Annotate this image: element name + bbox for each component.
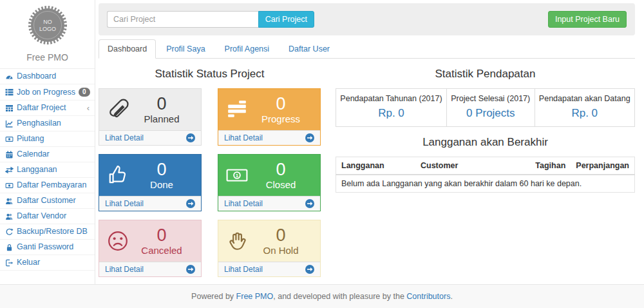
- sidebar-item-label: Daftar Customer: [17, 197, 76, 205]
- subscription-empty-message: Belum ada Langganan yang akan berakhir d…: [336, 175, 635, 193]
- search-input[interactable]: [107, 11, 258, 28]
- stat-label: Pendapatan akan Datang: [539, 94, 630, 103]
- tab-daftar-user[interactable]: Daftar User: [279, 39, 339, 59]
- status-section-title: Statistik Status Project: [99, 68, 321, 81]
- status-card-on-hold: 0 On Hold Lihat Detail: [218, 220, 321, 277]
- list-icon: [5, 88, 14, 96]
- chevron-left-icon: ‹: [87, 105, 90, 111]
- income-section-title: Statistik Pendapatan: [336, 68, 635, 81]
- sidebar-item-label: Backup/Restore DB: [17, 227, 88, 236]
- lock-icon: [5, 244, 14, 251]
- lihat-detail-label: Lihat Detail: [105, 199, 144, 208]
- page-footer: Powered by Free PMO, and developed with …: [0, 284, 644, 308]
- status-card-body: 0 On Hold: [218, 220, 320, 262]
- lihat-detail-label: Lihat Detail: [224, 199, 263, 208]
- sidebar-item-ganti-password[interactable]: Ganti Password: [0, 240, 95, 255]
- sidebar-item-daftar-pembayaran[interactable]: Daftar Pembayaran: [0, 178, 95, 193]
- sidebar-item-daftar-customer[interactable]: Daftar Customer: [0, 193, 95, 209]
- calendar-icon: [5, 151, 14, 159]
- sidebar-nav: Dashboard Job on Progress 0 Daftar Proje…: [0, 69, 95, 271]
- new-project-button[interactable]: Input Project Baru: [548, 11, 627, 28]
- sidebar-item-label: Ganti Password: [17, 243, 73, 251]
- brand: NO LOGO Free PMO: [0, 0, 95, 69]
- footer-link-contributors[interactable]: Contributors: [406, 292, 450, 301]
- footer-text-suffix: .: [450, 292, 452, 301]
- sidebar: NO LOGO Free PMO Dashboard Job on Progre…: [0, 0, 95, 284]
- status-card-closed: 1 0 Closed Lihat Detail: [218, 154, 321, 211]
- status-card-stats: 0 On Hold: [252, 226, 314, 256]
- status-section: Statistik Status Project 0 Planned: [99, 59, 321, 284]
- stat-cell-projects-done: Project Selesai (2017) 0 Projects: [446, 89, 535, 127]
- subscription-table: Langganan Customer Tagihan Perpanjangan …: [336, 157, 635, 193]
- column-header-customer: Customer: [415, 157, 530, 175]
- income-stats-table: Pendapatan Tahunan (2017) Rp. 0 Project …: [336, 88, 635, 127]
- dashboard-icon: [5, 73, 14, 81]
- stat-label: Project Selesai (2017): [451, 94, 531, 103]
- sidebar-item-keluar[interactable]: Keluar: [0, 255, 95, 271]
- status-card-body: 0 Canceled: [99, 220, 201, 262]
- money-icon: [5, 135, 14, 143]
- status-card-stats: 0 Progress: [252, 94, 314, 125]
- tab-bar: Dashboard Profil Saya Profil Agensi Daft…: [99, 39, 635, 59]
- status-cards-grid: 0 Planned Lihat Detail: [99, 88, 321, 277]
- sidebar-item-piutang[interactable]: Piutang: [0, 131, 95, 147]
- tab-dashboard[interactable]: Dashboard: [99, 39, 156, 59]
- brand-name: Free PMO: [0, 52, 95, 63]
- footer-link-free-pmo[interactable]: Free PMO: [236, 292, 274, 301]
- status-card-stats: 0 Done: [133, 160, 194, 191]
- svg-text:1: 1: [236, 173, 239, 178]
- refresh-icon: [5, 228, 14, 236]
- sidebar-item-dashboard[interactable]: Dashboard: [0, 69, 95, 84]
- retweet-icon: [5, 166, 14, 174]
- lihat-detail-link[interactable]: Lihat Detail: [218, 130, 320, 145]
- sidebar-item-daftar-vendor[interactable]: Daftar Vendor: [0, 209, 95, 224]
- stat-label: Pendapatan Tahunan (2017): [340, 94, 442, 103]
- sidebar-item-label: Dashboard: [17, 72, 56, 81]
- sidebar-item-label: Job on Progress: [17, 88, 75, 97]
- sidebar-item-label: Calendar: [17, 150, 50, 159]
- status-card-body: 0 Progress: [218, 89, 320, 130]
- status-label: On Hold: [252, 245, 310, 256]
- no-logo-badge: NO LOGO: [27, 5, 68, 46]
- sidebar-item-langganan[interactable]: Langganan: [0, 162, 95, 178]
- status-card-planned: 0 Planned Lihat Detail: [99, 88, 202, 146]
- status-label: Planned: [133, 113, 191, 125]
- status-card-body: 0 Planned: [99, 89, 201, 130]
- sidebar-item-label: Daftar Pembayaran: [17, 181, 86, 189]
- sidebar-item-calendar[interactable]: Calendar: [0, 147, 95, 162]
- sidebar-item-penghasilan[interactable]: Penghasilan: [0, 116, 95, 131]
- status-label: Canceled: [133, 245, 191, 256]
- lihat-detail-link[interactable]: Lihat Detail: [218, 196, 320, 211]
- lihat-detail-label: Lihat Detail: [105, 133, 144, 142]
- frown-icon: [107, 230, 133, 252]
- sidebar-item-job-on-progress[interactable]: Job on Progress 0: [0, 84, 95, 101]
- lihat-detail-label: Lihat Detail: [224, 133, 263, 142]
- stat-value: 0 Projects: [451, 107, 531, 120]
- sidebar-item-daftar-project[interactable]: Daftar Project ‹: [0, 101, 95, 116]
- topbar: Cari Project Input Project Baru: [99, 3, 635, 35]
- tab-profil-saya[interactable]: Profil Saya: [157, 39, 214, 59]
- chart-line-icon: [5, 120, 14, 128]
- logo-text-line1: NO: [43, 19, 52, 25]
- sidebar-item-label: Daftar Project: [17, 104, 66, 112]
- tasks-icon: [226, 99, 252, 120]
- lihat-detail-link[interactable]: Lihat Detail: [218, 262, 320, 276]
- lihat-detail-label: Lihat Detail: [105, 265, 144, 274]
- tab-profil-agensi[interactable]: Profil Agensi: [216, 39, 278, 59]
- dashboard-content: Statistik Status Project 0 Planned: [99, 59, 635, 284]
- column-header-tagihan: Tagihan: [530, 157, 571, 175]
- logo-text-line2: LOGO: [39, 26, 55, 32]
- status-count: 0: [133, 94, 191, 113]
- status-card-body: 0 Done: [99, 155, 201, 196]
- lihat-detail-link[interactable]: Lihat Detail: [99, 130, 201, 145]
- sidebar-item-backup-restore[interactable]: Backup/Restore DB: [0, 224, 95, 240]
- paperclip-icon: [107, 99, 133, 120]
- lihat-detail-link[interactable]: Lihat Detail: [99, 262, 201, 276]
- page: NO LOGO Free PMO Dashboard Job on Progre…: [0, 0, 644, 284]
- lihat-detail-link[interactable]: Lihat Detail: [99, 196, 201, 211]
- svg-text:NO: NO: [43, 19, 52, 25]
- search-button[interactable]: Cari Project: [258, 11, 314, 28]
- main-content: Cari Project Input Project Baru Dashboar…: [95, 0, 644, 284]
- status-label: Closed: [252, 179, 310, 191]
- sidebar-item-label: Piutang: [17, 135, 44, 143]
